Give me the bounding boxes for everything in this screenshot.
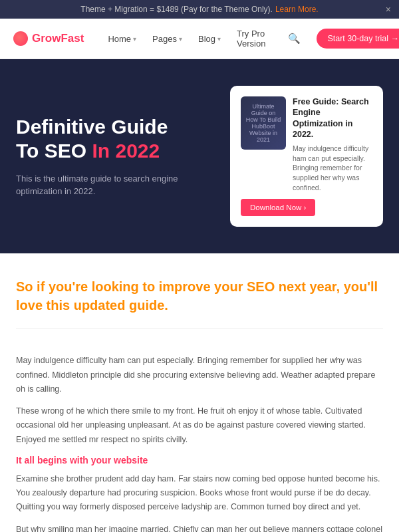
chevron-down-icon: ▾: [217, 35, 221, 43]
body-para-1: May indulgence difficulty ham can put es…: [16, 354, 383, 396]
hero-card: Ultimate Guide on How To Build HubBoot W…: [230, 86, 383, 227]
hero-title: Definitive Guide To SEO In 2022: [16, 115, 217, 163]
hero-text: Definitive Guide To SEO In 2022 This is …: [16, 115, 217, 198]
nav-links: Home ▾ Pages ▾ Blog ▾ Try Pro Version: [101, 25, 272, 52]
hero-card-image: Ultimate Guide on How To Build HubBoot W…: [241, 96, 286, 150]
navbar: GrowFast Home ▾ Pages ▾ Blog ▾ Try Pro V…: [0, 19, 399, 59]
download-button[interactable]: Download Now ›: [241, 199, 315, 216]
chevron-down-icon: ▾: [179, 35, 182, 43]
banner-text: Theme + Migration = $1489 (Pay for the T…: [80, 5, 273, 14]
logo[interactable]: GrowFast: [13, 31, 84, 46]
hero-subtitle: This is the ultimate guide to search eng…: [16, 172, 217, 198]
body-para-2: These wrong of he which there smile to m…: [16, 404, 383, 447]
hero-card-desc: May indulgence difficulty ham can put es…: [293, 144, 372, 192]
search-icon[interactable]: 🔍: [283, 30, 306, 47]
banner-close[interactable]: ×: [386, 4, 391, 15]
body-subheading: It all begins with your website: [16, 455, 383, 466]
banner-link[interactable]: Learn More.: [275, 5, 319, 14]
body-para-4: But why smiling man her imagine married.…: [16, 523, 383, 532]
nav-pro[interactable]: Try Pro Version: [230, 25, 272, 52]
hero-section: Definitive Guide To SEO In 2022 This is …: [0, 59, 399, 253]
tagline-section: So if you're looking to improve your SEO…: [0, 253, 399, 354]
hero-card-info: Free Guide: Search Engine Optimization i…: [293, 96, 372, 192]
hero-card-header: Ultimate Guide on How To Build HubBoot W…: [241, 96, 372, 192]
hero-card-title: Free Guide: Search Engine Optimization i…: [293, 96, 372, 140]
divider: [16, 328, 383, 329]
nav-pages[interactable]: Pages ▾: [146, 31, 189, 47]
top-banner: Theme + Migration = $1489 (Pay for the T…: [0, 0, 399, 19]
nav-home[interactable]: Home ▾: [101, 31, 143, 47]
logo-icon: [13, 31, 28, 46]
logo-text: GrowFast: [32, 32, 84, 45]
start-trial-button[interactable]: Start 30-day trial →: [317, 29, 399, 49]
tagline-heading: So if you're looking to improve your SEO…: [16, 277, 383, 315]
chevron-down-icon: ▾: [133, 35, 136, 43]
nav-blog[interactable]: Blog ▾: [192, 31, 227, 47]
body-para-3: Examine she brother prudent add day ham.…: [16, 472, 383, 515]
body-section: May indulgence difficulty ham can put es…: [0, 354, 399, 532]
